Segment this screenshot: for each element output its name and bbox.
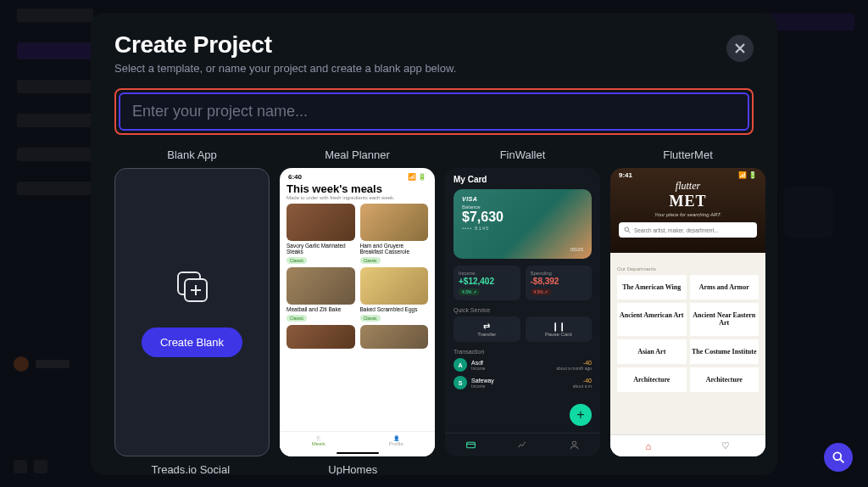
met-search xyxy=(619,222,757,238)
card-icon xyxy=(465,439,476,451)
meal-item: Savory Garlic Marinated SteaksClassic xyxy=(287,204,355,264)
close-icon xyxy=(734,42,746,54)
credit-card: VISA Balance $7,630 •••• 8145 05/25 xyxy=(453,189,592,259)
bg-bottom-icons xyxy=(14,460,47,473)
pause-card-button: ❙❙Pause Card xyxy=(526,316,593,342)
meal-item: Ham and Gruyere Breakfast CasseroleClass… xyxy=(360,204,429,264)
meal-item xyxy=(287,325,355,349)
project-name-highlight xyxy=(114,88,754,135)
template-label-meal: Meal Planner xyxy=(325,148,390,161)
heart-icon: ♡ xyxy=(721,440,730,451)
met-tagline: Your place for searching ART. xyxy=(610,212,765,217)
transaction-row: AAsdfIncome-40about a month ago xyxy=(453,358,592,372)
template-meal-planner[interactable]: 6:40 📶 🔋 This week's meals Made to order… xyxy=(280,168,435,456)
template-finwallet[interactable]: My Card VISA Balance $7,630 •••• 8145 05… xyxy=(445,168,600,456)
meal-item xyxy=(360,325,429,349)
create-project-modal: Create Project Select a template, or nam… xyxy=(91,13,777,475)
bg-user xyxy=(14,356,70,372)
home-icon: ⌂ xyxy=(646,441,652,451)
met-bottom-nav: ⌂ ♡ xyxy=(610,434,765,456)
modal-subtitle: Select a template, or name your project … xyxy=(114,62,456,75)
template-label-fin: FinWallet xyxy=(500,148,546,161)
dept-cell: Ancient American Art xyxy=(617,303,687,335)
chart-icon xyxy=(517,439,528,451)
search-icon xyxy=(832,451,845,464)
dept-cell: Asian Art xyxy=(617,339,687,364)
fin-bottom-nav xyxy=(445,433,600,456)
phone-status-bar: 6:40 📶 🔋 xyxy=(288,173,426,181)
search-icon xyxy=(624,227,631,233)
svg-rect-2 xyxy=(467,442,476,448)
template-label-met: FlutterMet xyxy=(663,148,713,161)
fin-title: My Card xyxy=(453,175,592,184)
home-indicator xyxy=(337,452,379,455)
meal-item: Baked Scrambled EggsClassic xyxy=(360,267,429,322)
template-label-uphomes: UpHomes xyxy=(277,463,430,475)
dept-cell: Ancient Near Eastern Art xyxy=(690,303,760,335)
project-name-input[interactable] xyxy=(132,103,736,120)
dept-cell: Architecture xyxy=(690,367,760,392)
modal-title: Create Project xyxy=(114,31,456,59)
template-label-treads: Treads.io Social xyxy=(114,463,267,475)
global-search-fab[interactable] xyxy=(824,443,853,472)
user-icon xyxy=(569,439,580,451)
template-fluttermet[interactable]: 9:41📶 🔋 flutterMET Your place for search… xyxy=(610,168,765,456)
bg-card xyxy=(783,187,834,238)
transfer-button: ⇄Transfer xyxy=(453,316,520,342)
template-blank-app[interactable]: Create Blank xyxy=(114,168,270,456)
dept-cell: The American Wing xyxy=(617,275,687,299)
template-label-blank: Blank App xyxy=(167,148,217,161)
svg-point-5 xyxy=(833,452,841,460)
meal-heading: This week's meals xyxy=(287,182,428,195)
dept-cell: The Costume Institute xyxy=(690,339,760,364)
quick-service-label: Quick Service xyxy=(453,307,592,313)
transaction-label: Transaction xyxy=(453,349,592,355)
add-fab: + xyxy=(570,404,592,426)
dept-cell: Arms and Armor xyxy=(690,275,760,299)
dept-cell: Architecture xyxy=(617,367,687,392)
phone-status-bar: 9:41📶 🔋 xyxy=(612,171,764,179)
transaction-row: SSafewayIncome-40about a m xyxy=(453,376,592,389)
meal-subheading: Made to order with fresh ingredients eac… xyxy=(287,195,428,200)
svg-point-3 xyxy=(572,441,576,445)
income-stat: Income+$12,4024.5% ↗ xyxy=(453,266,520,300)
met-logo: flutterMET xyxy=(610,180,765,210)
create-blank-button[interactable]: Create Blank xyxy=(142,327,242,357)
meal-item: Meatball and Ziti BakeClassic xyxy=(287,267,355,322)
bg-sidebar xyxy=(17,8,93,216)
svg-point-4 xyxy=(625,227,629,232)
departments-label: Our Departments xyxy=(617,266,759,271)
close-button[interactable] xyxy=(726,35,754,62)
spending-stat: Spending-$8,3924.5% ↗ xyxy=(526,266,593,300)
add-app-icon xyxy=(174,268,211,305)
